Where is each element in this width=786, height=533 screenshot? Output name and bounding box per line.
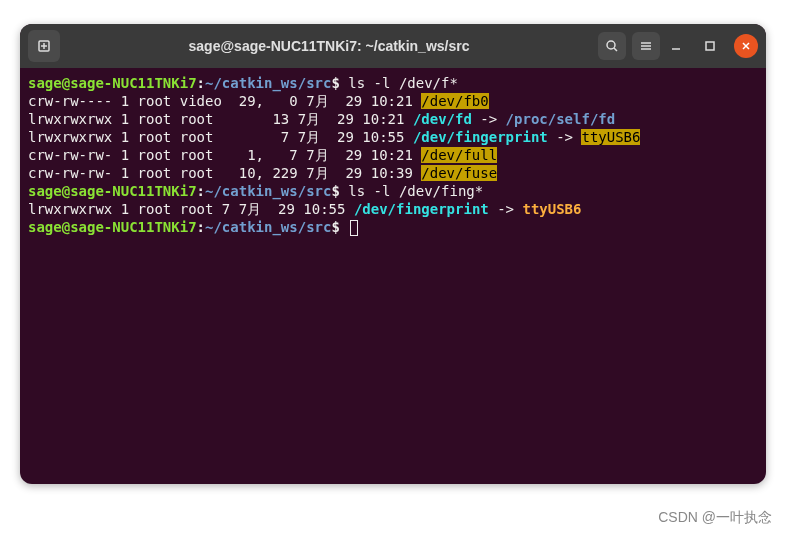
output-line-1: crw-rw---- 1 root video 29, 0 7月 29 10:2… [28,92,758,110]
output-line-4: crw-rw-rw- 1 root root 1, 7 7月 29 10:21 … [28,146,758,164]
minimize-icon [670,40,682,52]
prompt-line-3: sage@sage-NUC11TNKi7:~/catkin_ws/src$ [28,218,758,236]
output-line-5: crw-rw-rw- 1 root root 10, 229 7月 29 10:… [28,164,758,182]
target-tty: ttyUSB6 [581,129,640,145]
prompt-dollar: $ [331,75,339,91]
close-button[interactable] [734,34,758,58]
maximize-icon [704,40,716,52]
prompt-line-1: sage@sage-NUC11TNKi7:~/catkin_ws/src$ ls… [28,74,758,92]
prompt-line-2: sage@sage-NUC11TNKi7:~/catkin_ws/src$ ls… [28,182,758,200]
window-controls [666,34,758,58]
titlebar: sage@sage-NUC11TNKi7: ~/catkin_ws/src [20,24,766,68]
hamburger-icon [639,39,653,53]
terminal-body[interactable]: sage@sage-NUC11TNKi7:~/catkin_ws/src$ ls… [20,68,766,484]
file-fb0: /dev/fb0 [421,93,488,109]
command-1: ls -l /dev/f* [340,75,458,91]
file-full: /dev/full [421,147,497,163]
prompt-path: ~/catkin_ws/src [205,75,331,91]
maximize-button[interactable] [700,36,720,56]
svg-line-4 [614,48,617,51]
file-fuse: /dev/fuse [421,165,497,181]
watermark: CSDN @一叶执念 [658,509,772,527]
cursor [350,220,358,236]
menu-button[interactable] [632,32,660,60]
terminal-window: sage@sage-NUC11TNKi7: ~/catkin_ws/src [20,24,766,484]
output-line-6: lrwxrwxrwx 1 root root 7 7月 29 10:55 /de… [28,200,758,218]
prompt-sep: : [197,75,205,91]
target-tty-2: ttyUSB6 [522,201,581,217]
window-title: sage@sage-NUC11TNKi7: ~/catkin_ws/src [66,38,592,54]
output-line-2: lrwxrwxrwx 1 root root 13 7月 29 10:21 /d… [28,110,758,128]
svg-rect-9 [706,42,714,50]
target-proc: /proc/self/fd [506,111,616,127]
search-button[interactable] [598,32,626,60]
prompt-user: sage@sage-NUC11TNKi7 [28,75,197,91]
output-line-3: lrwxrwxrwx 1 root root 7 7月 29 10:55 /de… [28,128,758,146]
svg-point-3 [607,41,615,49]
file-fingerprint-2: /dev/fingerprint [354,201,489,217]
new-tab-icon [37,39,51,53]
minimize-button[interactable] [666,36,686,56]
command-2: ls -l /dev/fing* [340,183,483,199]
file-fd: /dev/fd [413,111,472,127]
search-icon [605,39,619,53]
new-tab-button[interactable] [28,30,60,62]
file-fingerprint: /dev/fingerprint [413,129,548,145]
close-icon [741,41,751,51]
